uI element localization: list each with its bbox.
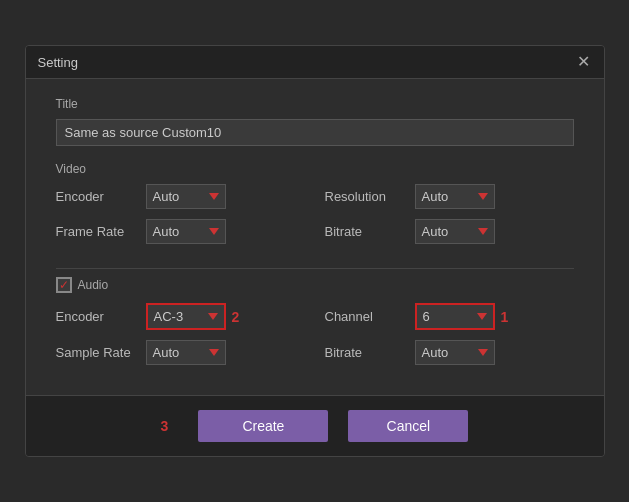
audio-bitrate-row: Bitrate Auto: [325, 340, 574, 365]
video-section: Video Encoder Auto Frame Rate: [56, 162, 574, 254]
audio-left-col: Encoder AC-3 2 Sample Rate Auto: [56, 303, 305, 375]
audio-samplerate-value: Auto: [153, 345, 205, 360]
audio-bitrate-select[interactable]: Auto: [415, 340, 495, 365]
audio-encoder-row: Encoder AC-3 2: [56, 303, 305, 330]
audio-samplerate-label: Sample Rate: [56, 345, 146, 360]
video-bitrate-row: Bitrate Auto: [325, 219, 574, 244]
audio-encoder-label: Encoder: [56, 309, 146, 324]
audio-section-label: Audio: [78, 278, 109, 292]
dialog-title: Setting: [38, 55, 78, 70]
title-section-label: Title: [56, 97, 574, 111]
video-bitrate-select[interactable]: Auto: [415, 219, 495, 244]
title-input-wrapper: [56, 119, 574, 146]
audio-channel-row: Channel 6 1: [325, 303, 574, 330]
audio-samplerate-arrow: [209, 349, 219, 356]
audio-header: ✓ Audio: [56, 277, 574, 293]
footer-inner: 3 Create Cancel: [56, 410, 574, 442]
audio-channel-arrow: [477, 313, 487, 320]
divider: [56, 268, 574, 269]
video-encoder-label: Encoder: [56, 189, 146, 204]
audio-encoder-select[interactable]: AC-3: [146, 303, 226, 330]
checkbox-check-icon: ✓: [59, 279, 69, 291]
audio-channel-badge: 1: [501, 309, 509, 325]
video-encoder-arrow: [209, 193, 219, 200]
audio-checkbox[interactable]: ✓: [56, 277, 72, 293]
video-resolution-value: Auto: [422, 189, 474, 204]
audio-section: ✓ Audio Encoder AC-3 2: [56, 277, 574, 375]
audio-samplerate-row: Sample Rate Auto: [56, 340, 305, 365]
video-framerate-arrow: [209, 228, 219, 235]
audio-bitrate-arrow: [478, 349, 488, 356]
video-encoder-value: Auto: [153, 189, 205, 204]
cancel-button[interactable]: Cancel: [348, 410, 468, 442]
create-badge: 3: [161, 418, 169, 434]
audio-encoder-value: AC-3: [154, 309, 204, 324]
title-input[interactable]: [56, 119, 574, 146]
video-framerate-value: Auto: [153, 224, 205, 239]
create-button[interactable]: Create: [198, 410, 328, 442]
audio-right-col: Channel 6 1 Bitrate Auto: [325, 303, 574, 375]
audio-bitrate-label: Bitrate: [325, 345, 415, 360]
title-bar: Setting ✕: [26, 46, 604, 79]
video-section-label: Video: [56, 162, 574, 176]
video-left-col: Encoder Auto Frame Rate Auto: [56, 184, 305, 254]
setting-dialog: Setting ✕ Title Video Encoder Auto: [25, 45, 605, 457]
video-resolution-label: Resolution: [325, 189, 415, 204]
dialog-content: Title Video Encoder Auto: [26, 79, 604, 395]
video-resolution-select[interactable]: Auto: [415, 184, 495, 209]
audio-channel-value: 6: [423, 309, 473, 324]
audio-samplerate-select[interactable]: Auto: [146, 340, 226, 365]
video-encoder-row: Encoder Auto: [56, 184, 305, 209]
audio-encoder-arrow: [208, 313, 218, 320]
video-framerate-select[interactable]: Auto: [146, 219, 226, 244]
audio-fields: Encoder AC-3 2 Sample Rate Auto: [56, 303, 574, 375]
video-framerate-row: Frame Rate Auto: [56, 219, 305, 244]
audio-checkbox-wrapper[interactable]: ✓ Audio: [56, 277, 109, 293]
video-bitrate-label: Bitrate: [325, 224, 415, 239]
audio-bitrate-value: Auto: [422, 345, 474, 360]
video-framerate-label: Frame Rate: [56, 224, 146, 239]
video-bitrate-arrow: [478, 228, 488, 235]
audio-encoder-badge: 2: [232, 309, 240, 325]
video-resolution-row: Resolution Auto: [325, 184, 574, 209]
video-bitrate-value: Auto: [422, 224, 474, 239]
video-right-col: Resolution Auto Bitrate Auto: [325, 184, 574, 254]
video-fields: Encoder Auto Frame Rate Auto: [56, 184, 574, 254]
video-encoder-select[interactable]: Auto: [146, 184, 226, 209]
title-section: Title: [56, 97, 574, 146]
audio-channel-label: Channel: [325, 309, 415, 324]
video-resolution-arrow: [478, 193, 488, 200]
audio-channel-select[interactable]: 6: [415, 303, 495, 330]
close-button[interactable]: ✕: [575, 54, 592, 70]
dialog-footer: 3 Create Cancel: [26, 395, 604, 456]
